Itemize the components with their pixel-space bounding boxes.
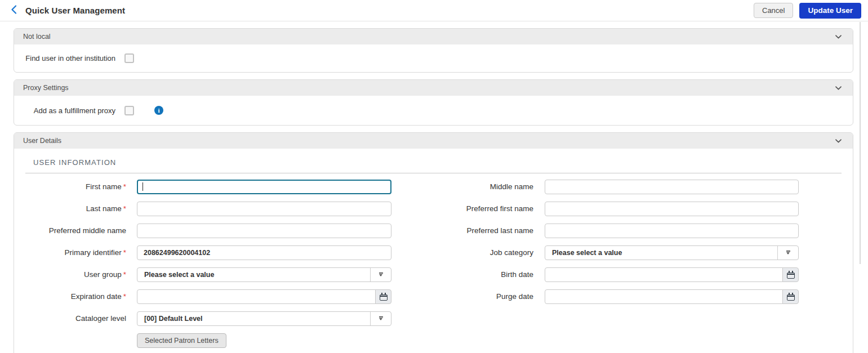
purge-date-label: Purge date [391, 292, 545, 301]
dropdown-caret-button[interactable] [777, 246, 798, 260]
section-body: Find user in other institution [14, 44, 853, 72]
birth-date-label: Birth date [391, 270, 545, 279]
page-title: Quick User Management [25, 6, 125, 15]
user-information-form: First name* Middle name Last name* [14, 176, 853, 351]
birth-date-calendar-button[interactable] [782, 267, 799, 282]
user-group-select[interactable]: Please select a value [137, 267, 391, 282]
job-category-label: Job category [391, 248, 545, 257]
middle-name-input[interactable] [545, 180, 799, 194]
section-header-proxy-settings[interactable]: Proxy Settings [14, 80, 853, 96]
calendar-icon [787, 272, 795, 279]
form-row: First name* Middle name [14, 176, 853, 198]
scrollbar-thumb[interactable] [860, 22, 861, 264]
purge-date-input[interactable] [545, 289, 783, 304]
preferred-first-name-input[interactable] [545, 202, 799, 216]
find-user-checkbox[interactable] [124, 53, 134, 63]
preferred-last-name-label: Preferred last name [391, 226, 545, 235]
required-marker: * [123, 182, 126, 191]
update-user-button[interactable]: Update User [799, 3, 861, 19]
section-not-local: Not local Find user in other institution [14, 28, 853, 73]
calendar-icon [380, 294, 388, 301]
chevron-down-icon[interactable] [835, 86, 842, 90]
primary-identifier-input[interactable]: 20862499620004102 [137, 245, 391, 260]
back-button[interactable] [7, 4, 20, 17]
section-title: Not local [23, 33, 51, 41]
expiration-date-calendar-button[interactable] [375, 289, 391, 304]
middle-name-label: Middle name [391, 182, 545, 191]
cataloger-level-select[interactable]: [00] Default Level [137, 311, 391, 326]
section-body: Add as a fulfillment proxy i [14, 96, 853, 125]
primary-identifier-label: Primary identifier* [14, 248, 137, 257]
find-user-label: Find user in other institution [14, 54, 115, 62]
section-title: Proxy Settings [23, 84, 69, 92]
caret-down-icon [786, 251, 790, 254]
text-cursor [143, 182, 143, 191]
section-title: User Details [23, 137, 61, 145]
chevron-down-icon[interactable] [835, 35, 842, 39]
form-row: Last name* Preferred first name [14, 198, 853, 220]
section-body: USER INFORMATION First name* Middle name [14, 149, 853, 353]
fulfillment-proxy-checkbox[interactable] [124, 106, 134, 115]
section-header-not-local[interactable]: Not local [14, 29, 853, 44]
user-group-label: User group* [14, 270, 137, 279]
calendar-icon [787, 294, 795, 301]
expiration-date-label: Expiration date* [14, 292, 137, 301]
preferred-last-name-input[interactable] [545, 224, 799, 238]
form-row: Expiration date* Purge date [14, 285, 853, 307]
dropdown-caret-button[interactable] [370, 312, 391, 325]
page-content: Not local Find user in other institution… [0, 21, 868, 353]
last-name-label: Last name* [14, 204, 137, 213]
fulfillment-proxy-label: Add as a fulfillment proxy [14, 106, 115, 115]
form-row: Selected Patron Letters [14, 329, 853, 351]
top-bar: Quick User Management Cancel Update User [0, 0, 868, 21]
form-row: User group* Please select a value Birth … [14, 263, 853, 285]
cancel-button[interactable]: Cancel [754, 3, 793, 18]
section-proxy-settings: Proxy Settings Add as a fulfillment prox… [14, 79, 853, 126]
dropdown-caret-button[interactable] [370, 268, 391, 281]
divider [25, 173, 842, 173]
section-user-details: User Details USER INFORMATION First name… [14, 132, 853, 353]
chevron-down-icon[interactable] [835, 139, 842, 143]
purge-date-calendar-button[interactable] [782, 289, 799, 304]
form-row: Primary identifier* 20862499620004102 Jo… [14, 242, 853, 263]
required-marker: * [123, 248, 126, 257]
birth-date-input[interactable] [545, 267, 783, 282]
required-marker: * [123, 204, 126, 213]
first-name-label: First name* [14, 182, 137, 191]
info-icon[interactable]: i [154, 106, 163, 115]
required-marker: * [123, 292, 126, 301]
cataloger-level-label: Cataloger level [14, 314, 137, 323]
preferred-first-name-label: Preferred first name [391, 204, 545, 213]
first-name-input[interactable] [137, 180, 391, 194]
preferred-middle-name-label: Preferred middle name [14, 226, 137, 235]
caret-down-icon [379, 272, 383, 276]
form-row: Cataloger level [00] Default Level [14, 307, 853, 329]
section-header-user-details[interactable]: User Details [14, 133, 853, 149]
user-information-heading: USER INFORMATION [33, 158, 853, 167]
last-name-input[interactable] [137, 202, 391, 216]
expiration-date-input[interactable] [137, 289, 376, 304]
chevron-left-icon [11, 5, 17, 16]
form-row: Preferred middle name Preferred last nam… [14, 220, 853, 242]
selected-patron-letters-button[interactable]: Selected Patron Letters [137, 333, 226, 348]
job-category-select[interactable]: Please select a value [545, 245, 799, 260]
caret-down-icon [379, 316, 383, 320]
required-marker: * [123, 270, 126, 279]
preferred-middle-name-input[interactable] [137, 224, 391, 238]
